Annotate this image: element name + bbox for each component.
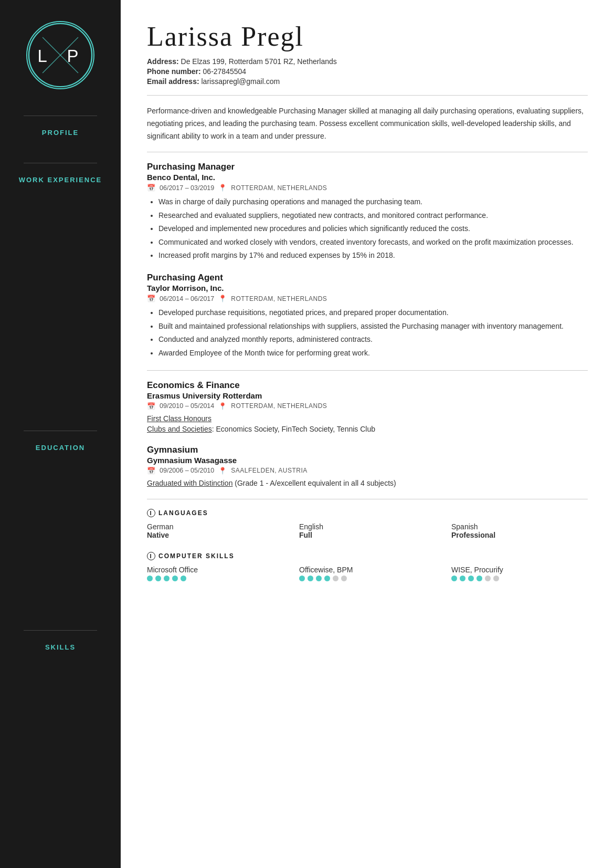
job-dates-1: 06/2014 – 06/2017: [160, 295, 214, 302]
bullet-1-2: Conducted and analyzed monthly reports, …: [158, 333, 588, 345]
sidebar-label-education: EDUCATION: [36, 444, 85, 452]
job-location-1: ROTTERDAM, NETHERLANDS: [231, 295, 327, 302]
sidebar-section-work: WORK EXPERIENCE: [19, 163, 102, 184]
phone-label: Phone number:: [147, 67, 201, 76]
job-location-0: ROTTERDAM, NETHERLANDS: [231, 184, 327, 192]
lang-name-2: Spanish Professional: [451, 522, 588, 539]
profile-section: Performance-driven and knowledgeable Pur…: [147, 105, 588, 142]
edu-block-0: Economics & Finance Erasmus University R…: [147, 380, 588, 433]
dot-1-0: [299, 576, 305, 581]
dot-0-1: [155, 576, 161, 581]
pin-icon-1: 📍: [218, 295, 227, 302]
edu-meta-0: 📅 09/2010 – 05/2014 📍 ROTTERDAM, NETHERL…: [147, 402, 588, 410]
edu-degree-1: Gymnasium: [147, 445, 588, 455]
divider-after-work: [147, 370, 588, 371]
dot-2-2: [468, 576, 474, 581]
edu-honours-text: First Class Honours: [147, 414, 211, 423]
info-icon-computer: i: [147, 552, 155, 560]
dot-2-1: [460, 576, 465, 581]
divider-after-profile: [147, 152, 588, 152]
edu-graduated-text: Graduated with Distinction: [147, 479, 232, 487]
edu-dates-0: 09/2010 – 05/2014: [160, 402, 214, 410]
education-section: Economics & Finance Erasmus University R…: [147, 380, 588, 487]
edu-cal-icon-0: 📅: [147, 402, 155, 410]
company-0: Benco Dental, Inc.: [147, 173, 588, 182]
calendar-icon-0: 📅: [147, 184, 155, 192]
job-dates-0: 06/2017 – 03/2019: [160, 184, 214, 192]
sidebar-divider-work: [24, 163, 97, 163]
address-row: Address: De Elzas 199, Rotterdam 5701 RZ…: [147, 57, 588, 66]
sidebar-divider-education: [24, 431, 97, 431]
dot-2-5: [493, 576, 499, 581]
svg-text:P: P: [67, 46, 79, 66]
computer-skill-1: Officewise, BPM: [299, 566, 436, 581]
bullet-0-4: Increased profit margins by 17% and redu…: [158, 249, 588, 261]
dot-0-0: [147, 576, 153, 581]
divider-after-education: [147, 499, 588, 499]
computer-skill-name-2: WISE, Procurify: [451, 566, 588, 574]
edu-meta-1: 📅 09/2006 – 05/2010 📍 SAALFELDEN, AUSTRI…: [147, 467, 588, 475]
dot-0-2: [164, 576, 170, 581]
dots-row-2: [451, 576, 588, 581]
svg-text:L: L: [37, 46, 47, 66]
email-row: Email address: larissapregl@gmail.com: [147, 77, 588, 86]
job-bullets-1: Developed purchase requisitions, negotia…: [147, 307, 588, 359]
bullet-0-3: Communicated and worked closely with ven…: [158, 236, 588, 248]
computer-title-text: COMPUTER SKILLS: [158, 552, 235, 560]
job-meta-1: 📅 06/2014 – 06/2017 📍 ROTTERDAM, NETHERL…: [147, 295, 588, 302]
email-label: Email address:: [147, 77, 199, 86]
edu-location-1: SAALFELDEN, AUSTRIA: [231, 467, 308, 474]
name-header: Larissa Pregl Address: De Elzas 199, Rot…: [147, 21, 588, 86]
job-title-0: Purchasing Manager: [147, 162, 588, 172]
lang-name-1: English Full: [299, 522, 436, 539]
computer-skills-title: i COMPUTER SKILLS: [147, 552, 588, 560]
bullet-1-0: Developed purchase requisitions, negotia…: [158, 307, 588, 318]
dot-1-2: [316, 576, 322, 581]
languages-grid: German Native English Full Spanish Profe…: [147, 522, 588, 539]
bullet-1-1: Built and maintained professional relati…: [158, 320, 588, 332]
candidate-name: Larissa Pregl: [147, 21, 588, 52]
dot-0-3: [172, 576, 178, 581]
dot-2-3: [477, 576, 482, 581]
edu-clubs-value: : Economics Society, FinTech Society, Te…: [212, 425, 375, 433]
dot-2-4: [485, 576, 491, 581]
computer-skill-2: WISE, Procurify: [451, 566, 588, 581]
edu-dates-1: 09/2006 – 05/2010: [160, 467, 214, 474]
phone-row: Phone number: 06-27845504: [147, 67, 588, 76]
edu-graduated-detail: (Grade 1 - A/excellent equivalent in all…: [232, 479, 396, 487]
dots-row-0: [147, 576, 283, 581]
edu-block-1: Gymnasium Gymnasium Wasagasse 📅 09/2006 …: [147, 445, 588, 487]
sidebar-label-skills: SKILLS: [45, 643, 76, 651]
sidebar-divider-profile: [24, 116, 97, 116]
edu-graduated: Graduated with Distinction (Grade 1 - A/…: [147, 479, 588, 487]
computer-skill-name-0: Microsoft Office: [147, 566, 283, 574]
edu-clubs-label: Clubs and Societies: [147, 425, 212, 433]
edu-pin-icon-1: 📍: [218, 467, 227, 475]
avatar: L P: [26, 21, 94, 89]
sidebar-section-profile: PROFILE: [24, 116, 97, 137]
sidebar-section-skills: SKILLS: [24, 630, 97, 651]
bullet-0-2: Developed and implemented new procedures…: [158, 223, 588, 234]
contact-info: Address: De Elzas 199, Rotterdam 5701 RZ…: [147, 57, 588, 86]
sidebar-label-profile: PROFILE: [42, 129, 79, 137]
profile-text: Performance-driven and knowledgeable Pur…: [147, 105, 588, 142]
dot-1-5: [341, 576, 347, 581]
dot-1-1: [308, 576, 313, 581]
dot-2-0: [451, 576, 457, 581]
edu-clubs: Clubs and Societies: Economics Society, …: [147, 425, 588, 433]
sidebar-divider-skills: [24, 630, 97, 631]
job-meta-0: 📅 06/2017 – 03/2019 📍 ROTTERDAM, NETHERL…: [147, 184, 588, 192]
languages-title-text: LANGUAGES: [158, 509, 208, 517]
computer-skills-grid: Microsoft Office Officewise, BPM: [147, 566, 588, 581]
edu-honours: First Class Honours: [147, 414, 588, 423]
lang-name-0: German Native: [147, 522, 283, 539]
job-block-0: Purchasing Manager Benco Dental, Inc. 📅 …: [147, 162, 588, 261]
address-label: Address:: [147, 57, 179, 66]
bullet-1-3: Awarded Employee of the Month twice for …: [158, 347, 588, 359]
sidebar: L P PROFILE WORK EXPERIENCE EDUCATION SK…: [0, 0, 121, 868]
calendar-icon-1: 📅: [147, 295, 155, 302]
sidebar-label-work: WORK EXPERIENCE: [19, 176, 102, 184]
main-content: Larissa Pregl Address: De Elzas 199, Rot…: [121, 0, 614, 868]
email-value: larissapregl@gmail.com: [202, 77, 280, 86]
languages-title: i LANGUAGES: [147, 509, 588, 517]
